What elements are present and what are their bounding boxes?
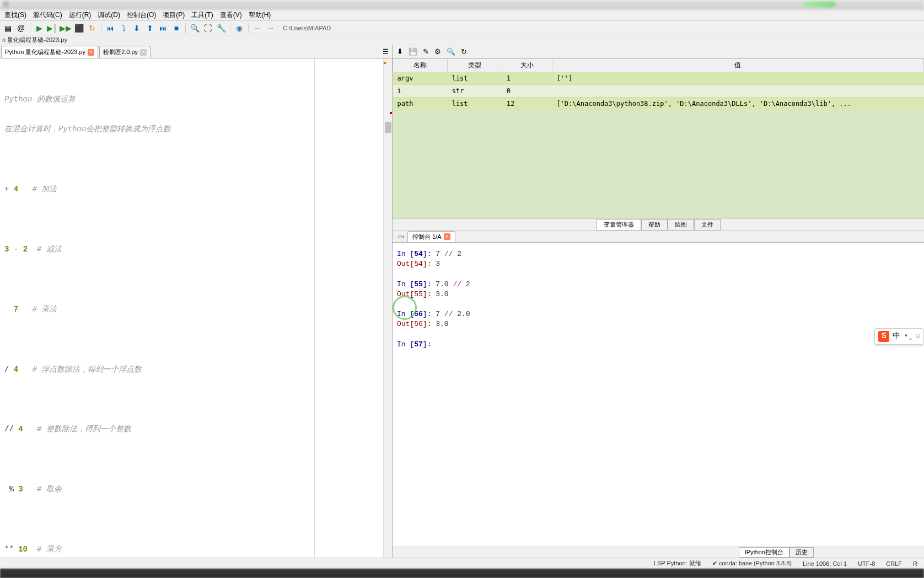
menu-tools[interactable]: 工具(T) [188,9,216,21]
menu-source[interactable]: 源代码(C) [30,9,66,21]
run-icon[interactable]: ▶ [34,23,45,34]
breadcrumb: n 量化编程基础-2023.py [0,35,924,45]
window-control-progress [803,2,836,7]
scroll-thumb[interactable] [385,122,391,133]
ime-toolbar[interactable]: S 中 •ˬ ☺ [874,328,924,345]
console-output[interactable]: In [54]: 7 // 2 Out[54]: 3 In [55]: 7.0 … [393,243,924,547]
variable-explorer[interactable]: 名称 类型 大小 值 argvlist1[''] istr0 pathlist1… [393,58,924,218]
status-encoding[interactable]: UTF-8 [858,560,875,567]
taskbar-blur [0,569,924,578]
close-icon[interactable]: × [140,49,147,56]
menu-run[interactable]: 运行(R) [66,9,95,21]
search-tb-icon[interactable]: 🔍 [189,23,200,34]
editor-tabs: Python 量化编程基础-2023.py × 粉刷匠2.0.py × ☰ [0,45,392,58]
rerun-icon[interactable]: ↻ [87,23,98,34]
save-data-icon[interactable]: 💾 [409,47,417,56]
search-var-icon[interactable]: 🔍 [447,47,455,56]
console-menu-icon[interactable]: ▭ [395,232,407,242]
variable-toolbar: ⬇ 💾 ✎ ⚙ 🔍 ↻ [393,45,924,58]
var-row[interactable]: istr0 [393,85,924,98]
variable-pane-tabs: 变量管理器 帮助 绘图 文件 [393,218,924,231]
ime-face-icon[interactable]: ☺ [916,331,920,342]
run-selection-icon[interactable]: ▶▶ [60,23,71,34]
tab-files[interactable]: 文件 [694,219,721,231]
var-header-name[interactable]: 名称 [393,59,448,72]
debug-start-icon[interactable]: ⏮ [105,23,116,34]
var-row[interactable]: argvlist1[''] [393,72,924,85]
code-editor[interactable]: Python 的数值运算 在混合计算时，Python会把整型转换成为浮点数 + … [0,58,392,558]
hamburger-icon[interactable]: ☰ [379,46,392,58]
var-header-type[interactable]: 类型 [448,59,502,72]
code-ruler [314,58,315,558]
titlebar-blur: .8) [0,0,924,10]
tab-ipython-console[interactable]: IPython控制台 [739,547,789,558]
menu-projects[interactable]: 项目(P) [159,9,188,21]
menu-console[interactable]: 控制台(O) [123,9,159,21]
step-over-icon[interactable]: ⤵ [118,23,129,34]
run-file-icon[interactable]: ⬛ [73,23,84,34]
menu-search[interactable]: 查找(S) [1,9,30,21]
editor-tab-other[interactable]: 粉刷匠2.0.py × [99,46,151,58]
status-conda[interactable]: ✔ conda: base (Python 3.8.8) [712,560,792,567]
python-icon[interactable]: ◉ [234,23,245,34]
menu-view[interactable]: 查看(V) [217,9,245,21]
ime-lang[interactable]: 中 [893,331,900,342]
ime-punct-icon[interactable]: •ˬ [904,331,912,342]
continue-icon[interactable]: ⏭ [158,23,169,34]
tab-variable-explorer[interactable]: 变量管理器 [597,219,641,231]
close-icon[interactable]: × [444,233,450,240]
console-tab[interactable]: 控制台 1/A × [407,231,455,242]
menubar: 查找(S) 源代码(C) 运行(R) 调试(D) 控制台(O) 项目(P) 工具… [0,10,924,21]
console-tabs: ▭ 控制台 1/A × [393,231,924,243]
status-eol[interactable]: CRLF [886,560,902,567]
var-header-value[interactable]: 值 [552,59,923,72]
close-icon[interactable]: × [88,49,94,56]
statusbar: LSP Python: 就绪 ✔ conda: base (Python 3.8… [0,558,924,569]
import-data-icon[interactable]: ⬇ [397,47,403,56]
editor-scrollbar[interactable] [383,58,392,558]
run-cell-icon[interactable]: ▶│ [47,23,58,34]
var-header-size[interactable]: 大小 [502,59,552,72]
refresh-icon[interactable]: ↻ [461,47,467,56]
tab-history[interactable]: 历史 [789,547,814,558]
step-out-icon[interactable]: ⬆ [144,23,155,34]
toolbar: ▤ @ ▶ ▶│ ▶▶ ⬛ ↻ ⏮ ⤵ ⬇ ⬆ ⏭ ■ 🔍 ⛶ 🔧 ◉ ← → … [0,21,924,35]
wrench-icon[interactable]: 🔧 [216,23,227,34]
edit-var-icon[interactable]: ✎ [423,47,429,56]
editor-tab-main[interactable]: Python 量化编程基础-2023.py × [1,46,98,58]
tab-help[interactable]: 帮助 [641,219,668,231]
var-row[interactable]: pathlist12['D:\Anaconda3\python38.zip', … [393,98,924,110]
ime-logo-icon: S [878,331,889,342]
status-lsp[interactable]: LSP Python: 就绪 [654,559,701,568]
at-icon[interactable]: @ [15,23,26,34]
tab-plots[interactable]: 绘图 [668,219,694,231]
outline-icon[interactable]: ▤ [2,23,13,34]
menu-help[interactable]: 帮助(H) [245,9,275,21]
console-pane-tabs: IPython控制台 历史 [393,547,924,558]
status-cursor-pos: Line 1006, Col 1 [803,560,847,567]
working-directory[interactable]: C:\Users\MIAPAD [283,25,331,31]
settings-icon[interactable]: ⚙ [434,47,441,56]
forward-icon[interactable]: → [265,23,276,34]
menu-debug[interactable]: 调试(D) [94,9,123,21]
stop-icon[interactable]: ■ [171,23,182,34]
back-icon[interactable]: ← [252,23,263,34]
step-into-icon[interactable]: ⬇ [131,23,142,34]
expand-icon[interactable]: ⛶ [202,23,213,34]
status-rw: R [913,560,917,567]
